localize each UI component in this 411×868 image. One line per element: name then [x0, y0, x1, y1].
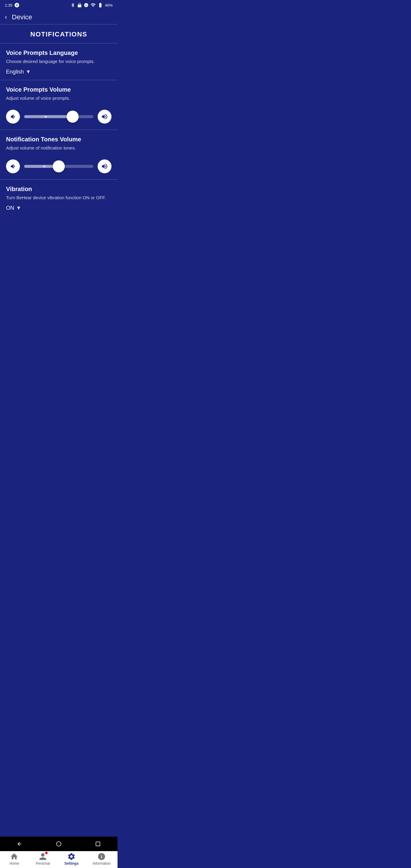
- notification-volume-down-button[interactable]: [6, 159, 20, 173]
- language-value: English: [6, 69, 24, 75]
- language-dropdown-arrow: ▼: [26, 69, 31, 75]
- dnd-icon: [84, 3, 89, 7]
- page-title: Device: [12, 13, 32, 21]
- voice-prompts-volume-section: Voice Prompts Volume Adjust volume of vo…: [0, 80, 118, 130]
- notifications-title: NOTIFICATIONS: [0, 24, 118, 43]
- voice-volume-down-button[interactable]: [6, 110, 20, 124]
- voice-slider-track: [24, 115, 93, 118]
- voice-slider-fill: [24, 115, 73, 118]
- notification-slider-track: [24, 165, 93, 168]
- voice-slider-thumb[interactable]: [67, 111, 78, 123]
- back-button[interactable]: ‹: [5, 13, 7, 21]
- voice-prompts-language-title: Voice Prompts Language: [6, 50, 112, 56]
- app-icon: [14, 2, 20, 8]
- voice-prompts-volume-desc: Adjust volume of voice prompts.: [6, 96, 112, 101]
- notification-volume-up-button[interactable]: [98, 159, 112, 173]
- notification-slider-thumb[interactable]: [53, 160, 65, 173]
- vibration-value: ON: [6, 205, 14, 211]
- voice-volume-up-button[interactable]: [98, 110, 112, 124]
- mute-icon: [77, 3, 82, 7]
- voice-prompts-language-desc: Choose desired language for voice prompt…: [6, 59, 112, 64]
- vibration-dropdown-arrow: ▼: [16, 205, 22, 211]
- voice-volume-slider[interactable]: [24, 110, 93, 124]
- vibration-dropdown[interactable]: ON ▼: [6, 205, 112, 216]
- battery-icon: [98, 2, 103, 8]
- voice-volume-slider-row: [6, 105, 112, 130]
- wifi-icon: [90, 2, 96, 8]
- notification-slider-dot: [43, 165, 45, 167]
- volume-up-icon: [101, 113, 108, 120]
- voice-prompts-language-section: Voice Prompts Language Choose desired la…: [0, 43, 118, 80]
- voice-slider-dot: [45, 116, 47, 118]
- vibration-section: Vibration Turn BeHear device vibration f…: [0, 180, 118, 216]
- status-left: 1:35: [5, 2, 20, 8]
- notification-volume-up-icon: [101, 163, 108, 170]
- notification-tones-desc: Adjust volume of notification tones.: [6, 145, 112, 150]
- notification-tones-title: Notification Tones Volume: [6, 136, 112, 143]
- language-dropdown[interactable]: English ▼: [6, 69, 112, 80]
- time: 1:35: [5, 3, 12, 7]
- vibration-desc: Turn BeHear device vibration function ON…: [6, 195, 112, 200]
- notification-volume-slider[interactable]: [24, 159, 93, 173]
- status-bar: 1:35 46%: [0, 0, 118, 10]
- content-area: NOTIFICATIONS Voice Prompts Language Cho…: [0, 24, 118, 237]
- vibration-title: Vibration: [6, 186, 112, 193]
- status-right: 46%: [70, 2, 113, 8]
- bluetooth-icon: [70, 3, 75, 7]
- notification-tones-volume-section: Notification Tones Volume Adjust volume …: [0, 130, 118, 179]
- battery-percent: 46%: [105, 3, 113, 7]
- voice-prompts-volume-title: Voice Prompts Volume: [6, 86, 112, 93]
- notification-volume-down-icon: [9, 163, 17, 170]
- notification-volume-slider-row: [6, 155, 112, 179]
- volume-down-icon: [9, 113, 17, 120]
- top-bar: ‹ Device: [0, 10, 118, 24]
